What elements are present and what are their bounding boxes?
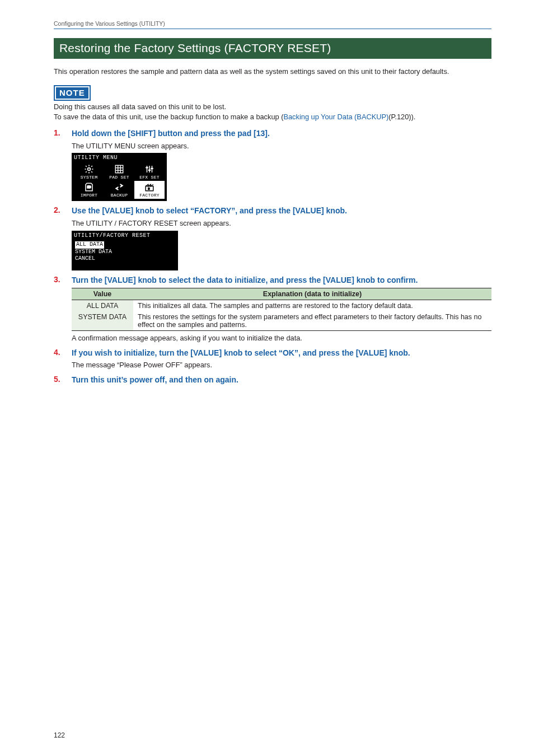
utility-menu-lcd: UTILITY MENU SYSTEMPAD SETEFX SETSDIMPOR… <box>72 153 491 201</box>
factory-icon <box>144 182 155 192</box>
running-header: Configuring the Various Settings (UTILIT… <box>54 20 491 29</box>
note-line-2a: To save the data of this unit, use the b… <box>54 113 283 121</box>
step-heading: Turn the [VALUE] knob to select the data… <box>72 275 418 286</box>
backup-link[interactable]: Backing up Your Data (BACKUP) <box>283 113 388 121</box>
lcd-menu-import: SDIMPORT <box>74 181 104 199</box>
lcd-cell-label: EFX SET <box>139 175 160 180</box>
lcd-menu-pad-set: PAD SET <box>104 163 134 181</box>
step-number: 4. <box>54 348 62 358</box>
step-2-desc: The UTILITY / FACTORY RESET screen appea… <box>72 218 491 228</box>
lcd-cell-label: FACTORY <box>139 193 160 198</box>
lcd1-title: UTILITY MENU <box>72 153 167 162</box>
lcd-cell-label: BACKUP <box>111 193 128 198</box>
sliders-icon <box>144 164 155 174</box>
cell-value: ALL DATA <box>72 300 133 311</box>
table-row: SYSTEM DATAThis restores the settings fo… <box>72 311 491 331</box>
table-row: ALL DATAThis initializes all data. The s… <box>72 300 491 311</box>
value-table: Value Explanation (data to initialize) A… <box>72 288 491 331</box>
svg-text:SD: SD <box>87 185 91 189</box>
svg-rect-6 <box>147 166 148 172</box>
note-badge: NOTE <box>54 85 91 101</box>
intro-text: This operation restores the sample and p… <box>54 67 491 77</box>
step-3-note: A confirmation message appears, asking i… <box>72 333 491 343</box>
note-badge-label: NOTE <box>55 86 90 100</box>
svg-point-0 <box>88 168 91 171</box>
note-line-2: To save the data of this unit, use the b… <box>54 112 491 123</box>
lcd2-title: UTILITY/FACTORY RESET <box>72 231 178 240</box>
th-value: Value <box>72 288 133 300</box>
note-block: NOTE Doing this causes all data saved on… <box>54 83 491 123</box>
lcd-cell-label: PAD SET <box>109 175 129 180</box>
section-heading: Restoring the Factory Settings (FACTORY … <box>54 38 491 59</box>
sd-icon: SD <box>83 182 95 192</box>
step-2: 2. Use the [VALUE] knob to select “FACTO… <box>54 206 491 216</box>
th-explanation: Explanation (data to initialize) <box>133 288 491 300</box>
note-line-2b: (P.120)). <box>388 113 415 121</box>
svg-rect-1 <box>115 166 123 174</box>
step-number: 1. <box>54 128 62 139</box>
lcd-menu-backup: BACKUP <box>104 181 134 199</box>
grid-icon <box>114 164 125 174</box>
lcd-list-system-data: SYSTEM DATA <box>75 249 175 256</box>
step-heading: Hold down the [SHIFT] button and press t… <box>72 128 270 139</box>
lcd-list-cancel: CANCEL <box>75 255 175 263</box>
value-table-wrap: Value Explanation (data to initialize) A… <box>72 288 491 331</box>
step-heading: If you wish to initialize, turn the [VAL… <box>72 348 410 358</box>
lcd-list-all-data: ALL DATA <box>75 241 175 249</box>
lcd-menu-factory: FACTORY <box>134 181 165 199</box>
lcd-menu-system: SYSTEM <box>74 163 104 181</box>
page-number: 122 <box>54 731 65 739</box>
step-5: 5. Turn this unit’s power off, and then … <box>54 375 491 385</box>
svg-rect-11 <box>151 168 153 169</box>
lcd-cell-label: SYSTEM <box>81 175 98 180</box>
step-number: 2. <box>54 206 62 216</box>
cell-explanation: This restores the settings for the syste… <box>133 311 491 331</box>
gear-icon <box>83 164 95 174</box>
step-4: 4. If you wish to initialize, turn the [… <box>54 348 491 358</box>
cell-explanation: This initializes all data. The samples a… <box>133 300 491 311</box>
svg-rect-7 <box>149 166 150 172</box>
svg-rect-10 <box>148 170 151 171</box>
note-line-1: Doing this causes all data saved on this… <box>54 102 491 113</box>
lcd-menu-efx-set: EFX SET <box>134 163 165 181</box>
step-heading: Use the [VALUE] knob to select “FACTORY”… <box>72 206 347 216</box>
step-1-desc: The UTILITY MENU screen appears. <box>72 141 491 151</box>
step-number: 3. <box>54 275 62 286</box>
cell-value: SYSTEM DATA <box>72 311 133 331</box>
step-1: 1. Hold down the [SHIFT] button and pres… <box>54 128 491 139</box>
swap-icon <box>114 182 125 192</box>
svg-rect-9 <box>146 167 148 169</box>
step-3: 3. Turn the [VALUE] knob to select the d… <box>54 275 491 286</box>
lcd-cell-label: IMPORT <box>81 193 98 198</box>
step-heading: Turn this unit’s power off, and then on … <box>72 375 238 385</box>
svg-rect-14 <box>148 188 149 190</box>
step-number: 5. <box>54 375 62 385</box>
step-4-desc: The message “Please Power OFF” appears. <box>72 360 491 370</box>
factory-reset-lcd: UTILITY/FACTORY RESET ALL DATASYSTEM DAT… <box>72 231 491 270</box>
